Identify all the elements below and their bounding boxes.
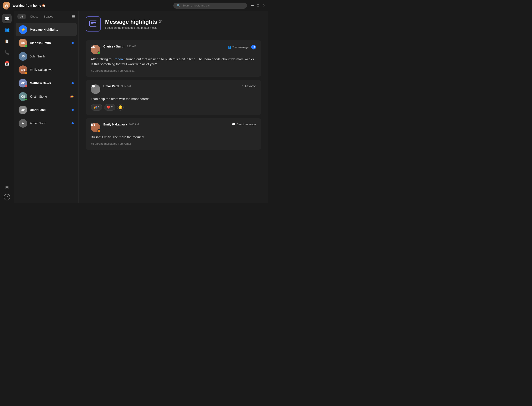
search-input[interactable] xyxy=(182,4,243,7)
reaction-add-button[interactable]: 😄 xyxy=(117,104,124,111)
msg-time-clarissa: 8:12 AM xyxy=(127,45,136,48)
msg-sender-clarissa: Clarissa Smith xyxy=(103,45,124,48)
nav-calendar[interactable]: 📅 xyxy=(2,59,12,68)
message-header-clarissa: CS Clarissa Smith 8:12 AM 👥 Your manager… xyxy=(91,45,256,54)
content-title: Message highlights ⓘ xyxy=(105,19,162,25)
msg-unread-emily: +5 unread messages from Umar xyxy=(91,142,256,145)
direct-message-button-emily[interactable]: 💬 Direct message xyxy=(232,123,256,126)
smiley-icon: 😄 xyxy=(118,105,123,109)
sidebar-item-clarissa-smith[interactable]: CS Clarissa Smith xyxy=(15,36,77,50)
msg-name-time-emily: Emily Nakagawa 9:00 AM xyxy=(103,123,229,126)
msg-avatar-umar: UP xyxy=(91,84,100,94)
avatar-umar: UP xyxy=(19,106,27,114)
sidebar-item-emily-nakagawa[interactable]: EN Emily Nakagawa xyxy=(15,63,77,76)
window-controls: ─ □ ✕ xyxy=(251,3,265,7)
content-area: Message highlights ⓘ Focus on the messag… xyxy=(79,11,268,203)
main-layout: 💬 👥 📋 📞 📅 ⊞ ? All Direct Spaces ☰ ⚡ Mess… xyxy=(0,11,268,203)
content-header-text: Message highlights ⓘ Focus on the messag… xyxy=(105,19,162,29)
reaction-count-party: 1 xyxy=(98,106,99,109)
msg-name-time-clarissa: Clarissa Smith 8:12 AM xyxy=(103,45,225,48)
msg-body-clarissa: After talking to Brenda it turned out th… xyxy=(91,57,256,66)
msg-time-emily: 9:00 AM xyxy=(129,123,139,126)
sidebar-list: ⚡ Message Highlights CS Clarissa Smith J… xyxy=(14,22,78,203)
sidebar-label-john: John Smith xyxy=(30,55,74,58)
reactions-umar: 🎉 1 ❤️ 2 😄 xyxy=(91,104,256,111)
nav-calls[interactable]: 📞 xyxy=(2,48,12,57)
sidebar-item-kristin-stone[interactable]: KS Kristin Stone 🔕 xyxy=(15,90,77,103)
filter-direct-button[interactable]: Direct xyxy=(28,14,40,19)
status-clarissa xyxy=(25,45,27,47)
sidebar-label-emily: Emily Nakagawa xyxy=(30,68,74,72)
message-card-clarissa: CS Clarissa Smith 8:12 AM 👥 Your manager… xyxy=(86,40,261,77)
msg-badge-clarissa: 👥 Your manager +3 xyxy=(228,45,256,50)
workspace-title: Working from home 🏠 xyxy=(13,4,173,7)
reaction-heart[interactable]: ❤️ 2 xyxy=(104,104,115,111)
content-subtitle: Focus on the messages that matter most. xyxy=(105,26,162,29)
sidebar-menu-icon[interactable]: ☰ xyxy=(72,14,75,19)
highlights-svg-icon xyxy=(88,19,98,29)
online-status-dot xyxy=(8,7,10,9)
avatar-adhoc: A xyxy=(19,119,27,128)
maximize-button[interactable]: □ xyxy=(257,3,259,7)
favorite-button-umar[interactable]: ☆ Favorite xyxy=(241,84,256,88)
sidebar-item-umar-patel[interactable]: UP Umar Patel xyxy=(15,103,77,116)
status-kristin xyxy=(25,98,27,101)
message-card-umar: UP Umar Patel 9:12 AM ☆ Favorite I can h… xyxy=(86,80,261,115)
filter-all-button[interactable]: All xyxy=(17,14,26,19)
nav-people[interactable]: 👥 xyxy=(2,25,12,35)
mute-icon-kristin: 🔕 xyxy=(70,95,74,98)
sidebar-item-label: Message Highlights xyxy=(30,28,74,31)
status-emily xyxy=(25,72,27,74)
msg-meta-umar: Umar Patel 9:12 AM xyxy=(103,84,238,88)
avatar-john: JS xyxy=(19,52,27,61)
msg-status-clarissa xyxy=(97,51,100,54)
content-header: Message highlights ⓘ Focus on the messag… xyxy=(79,11,268,36)
close-button[interactable]: ✕ xyxy=(263,3,265,7)
sidebar: All Direct Spaces ☰ ⚡ Message Highlights… xyxy=(14,11,79,203)
highlights-icon-wrapper xyxy=(86,16,101,31)
sidebar-item-matthew-baker[interactable]: MB Matthew Baker xyxy=(15,77,77,90)
msg-name-time-umar: Umar Patel 9:12 AM xyxy=(103,84,238,88)
nav-contacts[interactable]: 📋 xyxy=(2,36,12,46)
status-matthew xyxy=(25,85,27,87)
message-card-emily: EN Emily Nakagawa 9:00 AM 💬 Direct messa… xyxy=(86,118,261,150)
search-bar[interactable]: 🔍 xyxy=(173,3,247,9)
sidebar-item-message-highlights[interactable]: ⚡ Message Highlights xyxy=(15,23,77,36)
sidebar-label-clarissa: Clarissa Smith xyxy=(30,41,69,45)
nav-add-apps[interactable]: ⊞ xyxy=(2,183,12,192)
msg-meta-clarissa: Clarissa Smith 8:12 AM xyxy=(103,45,225,48)
avatar-matthew: MB xyxy=(19,79,27,87)
messages-area: CS Clarissa Smith 8:12 AM 👥 Your manager… xyxy=(79,36,268,203)
nav-chat[interactable]: 💬 xyxy=(2,14,12,23)
msg-status-emily xyxy=(97,129,100,132)
message-header-emily: EN Emily Nakagawa 9:00 AM 💬 Direct messa… xyxy=(91,123,256,132)
info-icon[interactable]: ⓘ xyxy=(159,20,162,24)
unread-indicator-adhoc xyxy=(72,122,74,124)
sidebar-label-adhoc: Adhoc Sync xyxy=(30,122,69,125)
msg-time-umar: 9:12 AM xyxy=(121,85,131,88)
msg-avatar-clarissa: CS xyxy=(91,45,100,54)
msg-unread-clarissa: +1 unread messages from Clarissa xyxy=(91,69,256,72)
nav-help[interactable]: ? xyxy=(4,194,10,200)
sidebar-label-kristin: Kristin Stone xyxy=(30,95,67,98)
highlights-avatar: ⚡ xyxy=(19,25,27,34)
filter-spaces-button[interactable]: Spaces xyxy=(42,14,55,19)
minimize-button[interactable]: ─ xyxy=(251,3,254,7)
msg-sender-umar: Umar Patel xyxy=(103,84,119,88)
unread-indicator-clarissa xyxy=(72,42,74,44)
reaction-count-heart: 2 xyxy=(111,106,113,109)
unread-indicator-matthew xyxy=(72,82,74,84)
avatar-clarissa: CS xyxy=(19,39,27,47)
sidebar-header: All Direct Spaces ☰ xyxy=(14,11,78,22)
msg-sender-emily: Emily Nakagawa xyxy=(103,123,127,126)
workspace-avatar: 🏠 xyxy=(3,2,10,9)
title-bar: 🏠 Working from home 🏠 🔍 ─ □ ✕ xyxy=(0,0,268,11)
sidebar-item-adhoc-sync[interactable]: A Adhoc Sync xyxy=(15,117,77,130)
sidebar-label-matthew: Matthew Baker xyxy=(30,81,69,85)
party-emoji: 🎉 xyxy=(94,106,97,109)
msg-meta-emily: Emily Nakagawa 9:00 AM xyxy=(103,123,229,126)
reaction-party[interactable]: 🎉 1 xyxy=(91,104,102,111)
unread-indicator-umar xyxy=(72,109,74,111)
sidebar-item-john-smith[interactable]: JS John Smith xyxy=(15,50,77,63)
badge-count-clarissa: +3 xyxy=(251,45,256,50)
